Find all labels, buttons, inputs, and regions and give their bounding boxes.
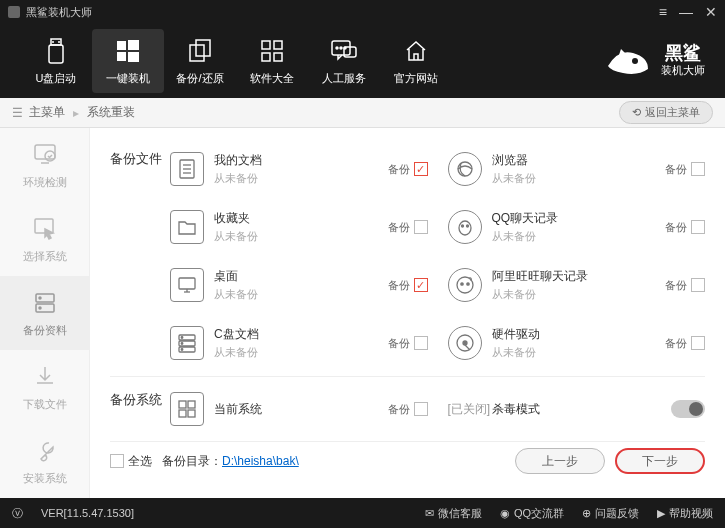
backup-dir-label: 备份目录： — [162, 454, 222, 468]
app-icon — [448, 152, 482, 186]
sidebar-backup-data[interactable]: 备份资料 — [0, 276, 89, 350]
svg-point-34 — [461, 225, 463, 227]
file-row: 阿里旺旺聊天记录从未备份 备份 — [448, 256, 706, 314]
nav-usb-boot[interactable]: U盘启动 — [20, 29, 92, 93]
version-icon: ⓥ — [12, 506, 23, 521]
section-files-title: 备份文件 — [110, 140, 170, 372]
nav-support[interactable]: 人工服务 — [308, 29, 380, 93]
back-arrow-icon: ⟲ — [632, 106, 641, 119]
status-wechat[interactable]: ✉微信客服 — [425, 506, 482, 521]
nav-one-click-install[interactable]: 一键装机 — [92, 29, 164, 93]
file-row: 桌面从未备份 备份✓ — [170, 256, 428, 314]
chat-icon — [330, 37, 358, 65]
svg-point-33 — [459, 221, 471, 235]
svg-rect-12 — [262, 53, 270, 61]
nav-software[interactable]: 软件大全 — [236, 29, 308, 93]
svg-point-39 — [457, 277, 473, 293]
file-row: 我的文档从未备份 备份✓ — [170, 140, 428, 198]
section-system-title: 备份系统 — [110, 381, 170, 437]
nav-backup-restore[interactable]: 备份/还原 — [164, 29, 236, 93]
select-all-checkbox[interactable] — [110, 454, 124, 468]
file-row: C盘文档从未备份 备份 — [170, 314, 428, 372]
svg-rect-51 — [179, 401, 186, 408]
backup-checkbox[interactable]: ✓ — [414, 162, 428, 176]
back-to-main-button[interactable]: ⟲ 返回主菜单 — [619, 101, 713, 124]
backup-checkbox[interactable] — [691, 220, 705, 234]
svg-point-15 — [336, 47, 338, 49]
cursor-window-icon — [31, 215, 59, 243]
svg-rect-7 — [128, 52, 139, 62]
svg-point-41 — [466, 283, 468, 285]
sidebar-select-system[interactable]: 选择系统 — [0, 202, 89, 276]
status-qq[interactable]: ◉QQ交流群 — [500, 506, 564, 521]
svg-rect-8 — [190, 45, 204, 61]
breadcrumb-root[interactable]: 主菜单 — [29, 104, 65, 121]
status-help[interactable]: ▶帮助视频 — [657, 506, 713, 521]
file-icon — [170, 268, 204, 302]
svg-point-16 — [340, 47, 342, 49]
status-feedback[interactable]: ⊕问题反馈 — [582, 506, 639, 521]
svg-rect-13 — [274, 53, 282, 61]
sidebar: 环境检测 选择系统 备份资料 下载文件 安装系统 — [0, 128, 90, 498]
file-icon — [170, 326, 204, 360]
sidebar-install[interactable]: 安装系统 — [0, 424, 89, 498]
server-icon — [31, 289, 59, 317]
sidebar-download[interactable]: 下载文件 — [0, 350, 89, 424]
usb-icon — [42, 37, 70, 65]
svg-rect-10 — [262, 41, 270, 49]
backup-checkbox[interactable] — [414, 220, 428, 234]
top-nav: U盘启动 一键装机 备份/还原 软件大全 人工服务 官方网站 黑鲨 装机大师 — [0, 24, 725, 98]
backup-checkbox[interactable] — [691, 278, 705, 292]
svg-point-45 — [181, 337, 183, 339]
chevron-right-icon: ▸ — [73, 106, 79, 120]
svg-rect-36 — [179, 278, 195, 289]
item-status: 从未备份 — [214, 287, 388, 302]
prev-button[interactable]: 上一步 — [515, 448, 605, 474]
breadcrumb-current: 系统重装 — [87, 104, 135, 121]
breadcrumb: ☰ 主菜单 ▸ 系统重装 ⟲ 返回主菜单 — [0, 98, 725, 128]
app-icon — [448, 210, 482, 244]
item-name: 浏览器 — [492, 152, 666, 169]
svg-rect-4 — [117, 41, 126, 50]
file-icon — [170, 210, 204, 244]
footer-controls: 全选 备份目录：D:\heisha\bak\ 上一步 下一步 — [110, 441, 705, 480]
item-status: 从未备份 — [492, 229, 666, 244]
svg-rect-5 — [128, 40, 139, 50]
minimize-icon[interactable]: — — [679, 5, 693, 19]
select-all[interactable]: 全选 — [110, 453, 152, 470]
item-name: C盘文档 — [214, 326, 388, 343]
content-area: 备份文件 我的文档从未备份 备份✓ 浏览器从未备份 备份 收藏夹从未备份 备份 … — [90, 128, 725, 498]
next-button[interactable]: 下一步 — [615, 448, 705, 474]
file-row: 浏览器从未备份 备份 — [448, 140, 706, 198]
list-icon: ☰ — [12, 106, 23, 120]
svg-point-40 — [460, 283, 462, 285]
sidebar-env-check[interactable]: 环境检测 — [0, 128, 89, 202]
item-status: 从未备份 — [492, 287, 666, 302]
backup-dir-link[interactable]: D:\heisha\bak\ — [222, 454, 299, 468]
current-system-row: 当前系统 备份 — [170, 381, 428, 437]
svg-rect-53 — [179, 410, 186, 417]
monitor-check-icon — [31, 141, 59, 169]
item-status: 从未备份 — [214, 229, 388, 244]
shark-icon — [603, 41, 653, 81]
wrench-icon — [31, 437, 59, 465]
close-icon[interactable]: ✕ — [705, 5, 717, 19]
titlebar: 黑鲨装机大师 ≡ — ✕ — [0, 0, 725, 24]
backup-checkbox[interactable] — [414, 336, 428, 350]
nav-website[interactable]: 官方网站 — [380, 29, 452, 93]
app-title: 黑鲨装机大师 — [26, 5, 659, 20]
item-status: 从未备份 — [214, 345, 388, 360]
item-status: 从未备份 — [214, 171, 388, 186]
video-icon: ▶ — [657, 507, 665, 520]
item-status: 从未备份 — [492, 345, 666, 360]
svg-point-35 — [466, 225, 468, 227]
backup-checkbox[interactable]: ✓ — [414, 278, 428, 292]
antivirus-toggle[interactable] — [671, 400, 705, 418]
windows-icon — [114, 37, 142, 65]
backup-system-checkbox[interactable] — [414, 402, 428, 416]
backup-checkbox[interactable] — [691, 336, 705, 350]
menu-icon[interactable]: ≡ — [659, 5, 667, 19]
version-text: VER[11.5.47.1530] — [41, 507, 134, 519]
download-icon — [31, 363, 59, 391]
backup-checkbox[interactable] — [691, 162, 705, 176]
